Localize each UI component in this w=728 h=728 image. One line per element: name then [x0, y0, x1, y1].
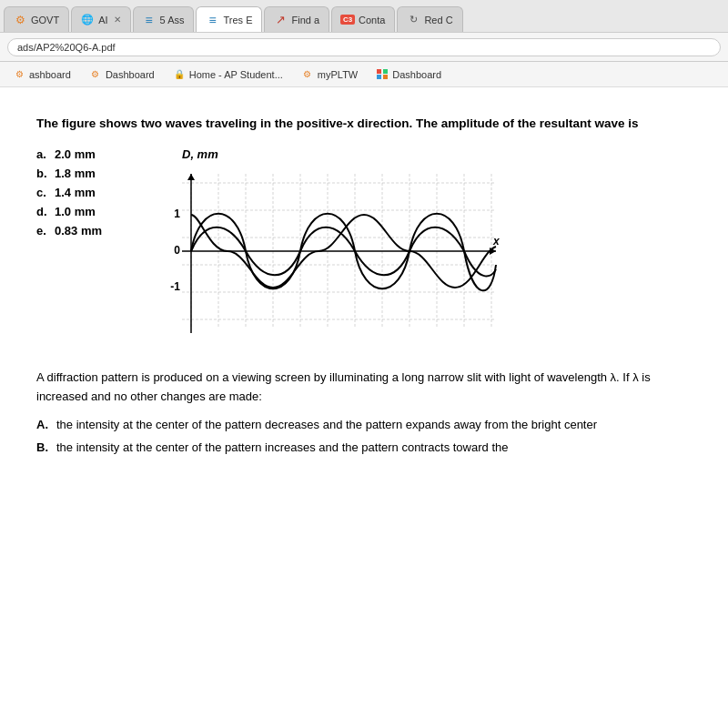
answer-choices: a. 2.0 mm b. 1.8 mm c. 1.4 mm d. 1.0 mm … [36, 147, 127, 347]
bookmark-home-label: Home - AP Student... [189, 69, 283, 80]
bookmark-dashboard2[interactable]: Dashboard [369, 66, 449, 83]
bookmark-home[interactable]: 🔒 Home - AP Student... [166, 66, 290, 83]
choice-c-value: 1.4 mm [55, 186, 96, 199]
address-input[interactable] [7, 38, 721, 56]
y-label-neg1: -1 [170, 280, 180, 293]
tab-find[interactable]: ↗ Find a [264, 6, 329, 32]
bookmark-dashboard-icon: ⚙ [89, 68, 102, 81]
tab-ai-label: AI [98, 15, 107, 25]
tab-ai-close[interactable]: ✕ [114, 15, 121, 25]
answer-a-text: the intensity at the center of the patte… [56, 416, 597, 434]
content-area: The figure shows two waves traveling in … [0, 87, 728, 728]
choice-e-value: 0.83 mm [55, 224, 102, 238]
bookmark-ashboard-icon: ⚙ [13, 68, 25, 81]
tab-tres-label: Tres E [223, 15, 252, 25]
question2-text: A diffraction pattern is produced on a v… [36, 369, 692, 407]
tab-conta-label: Conta [359, 15, 385, 25]
choice-c: c. 1.4 mm [36, 186, 127, 199]
tab-red[interactable]: ↻ Red C [397, 6, 462, 32]
5ass-icon: ≡ [143, 14, 156, 26]
browser-tabs: ⚙ GOVT 🌐 AI ✕ ≡ 5 Ass ≡ Tres E ↗ Find a … [0, 0, 728, 33]
tab-red-label: Red C [424, 15, 452, 25]
choice-a-value: 2.0 mm [55, 147, 96, 161]
answer-a-letter: A. [36, 416, 49, 434]
graph-title: D, mm [182, 147, 692, 161]
graph-wrapper: 1 0 -1 x [155, 165, 500, 347]
choice-c-letter: c. [36, 186, 49, 199]
x-axis-label: x [492, 235, 500, 248]
tab-5ass-label: 5 Ass [160, 15, 185, 25]
tab-find-label: Find a [291, 15, 319, 25]
question2-intro: A diffraction pattern is produced on a v… [36, 370, 651, 403]
bookmark-mypltw-label: myPLTW [318, 69, 358, 80]
wave-graph: 1 0 -1 x [155, 165, 500, 347]
bookmark-ashboard[interactable]: ⚙ ashboard [5, 66, 78, 83]
tab-conta[interactable]: C3 Conta [331, 6, 395, 32]
red-icon: ↻ [407, 14, 420, 26]
tres-icon: ≡ [206, 14, 218, 26]
tab-govt[interactable]: ⚙ GOVT [4, 6, 69, 32]
conta-icon: C3 [341, 14, 354, 26]
choice-d: d. 1.0 mm [36, 205, 127, 218]
question1-layout: a. 2.0 mm b. 1.8 mm c. 1.4 mm d. 1.0 mm … [36, 147, 692, 347]
answer-b-letter: B. [36, 439, 49, 457]
choice-e-letter: e. [36, 224, 49, 238]
choice-b-letter: b. [36, 167, 49, 180]
y-label-0: 0 [174, 244, 180, 257]
tab-5ass[interactable]: ≡ 5 Ass [133, 6, 195, 32]
choice-d-letter: d. [36, 205, 49, 218]
bookmark-home-icon: 🔒 [173, 68, 186, 81]
bookmark-dashboard[interactable]: ⚙ Dashboard [82, 66, 162, 83]
wave1-path [191, 214, 496, 291]
bookmarks-bar: ⚙ ashboard ⚙ Dashboard 🔒 Home - AP Stude… [0, 62, 728, 87]
tab-tres[interactable]: ≡ Tres E [196, 6, 262, 32]
y-label-1: 1 [174, 207, 180, 220]
choice-a: a. 2.0 mm [36, 147, 127, 161]
graph-container: D, mm [155, 147, 692, 347]
choice-b: b. 1.8 mm [36, 167, 127, 180]
choice-e: e. 0.83 mm [36, 224, 127, 238]
answer-item-a: A. the intensity at the center of the pa… [36, 416, 692, 434]
bookmark-ashboard-label: ashboard [29, 69, 71, 80]
bookmark-dashboard2-icon [376, 68, 389, 81]
bookmark-dashboard-label: Dashboard [106, 69, 155, 80]
govt-icon: ⚙ [14, 14, 26, 26]
question1-text: The figure shows two waves traveling in … [36, 115, 692, 133]
answer-b-text: the intensity at the center of the patte… [56, 439, 508, 457]
bookmark-dashboard2-label: Dashboard [392, 69, 441, 80]
bookmark-mypltw-icon: ⚙ [301, 68, 314, 81]
answer-item-b: B. the intensity at the center of the pa… [36, 439, 692, 457]
address-bar [0, 33, 728, 62]
tab-govt-label: GOVT [31, 15, 59, 25]
bookmark-mypltw[interactable]: ⚙ myPLTW [294, 66, 365, 83]
tab-ai[interactable]: 🌐 AI ✕ [71, 6, 130, 32]
choice-d-value: 1.0 mm [55, 205, 96, 218]
ai-icon: 🌐 [81, 14, 94, 26]
y-axis-arrow [187, 174, 195, 180]
choice-b-value: 1.8 mm [55, 167, 96, 180]
find-icon: ↗ [274, 14, 287, 26]
choice-a-letter: a. [36, 147, 49, 161]
